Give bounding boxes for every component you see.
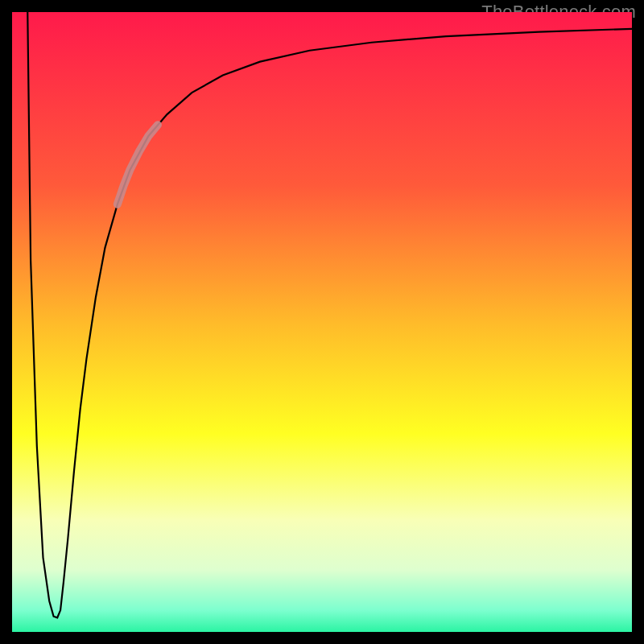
plot-area (12, 12, 632, 632)
chart-svg (12, 12, 632, 632)
gradient-background (12, 12, 632, 632)
chart-container: TheBottleneck.com (0, 0, 644, 644)
